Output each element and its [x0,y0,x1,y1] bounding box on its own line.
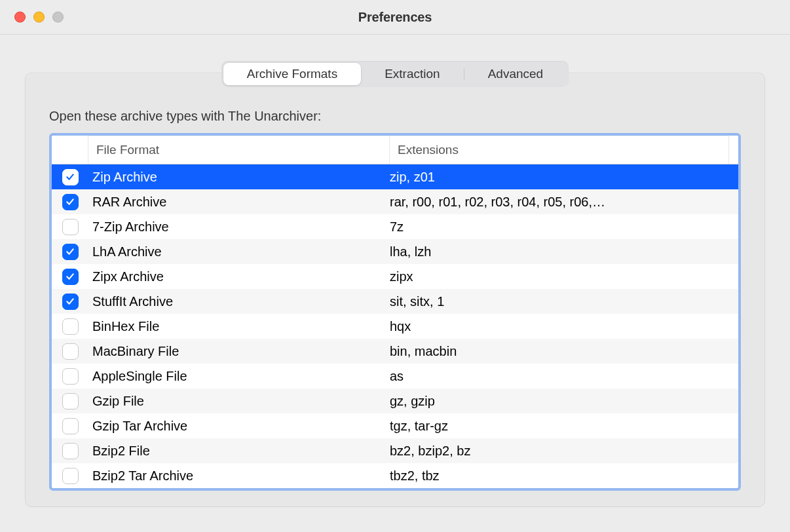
format-cell: Bzip2 File [88,444,390,459]
extensions-cell: zipx [390,269,729,284]
checkbox[interactable] [62,169,79,185]
preferences-window: Preferences Archive Formats Extraction A… [0,0,790,532]
table-header: File Format Extensions [52,136,738,164]
checkbox[interactable] [62,194,79,210]
table-row[interactable]: Gzip Tar Archivetgz, tar-gz [52,413,738,438]
table-row[interactable]: BinHex Filehqx [52,314,738,339]
extensions-cell: tbz2, tbz [390,468,729,484]
format-cell: 7-Zip Archive [88,219,390,235]
checkbox-cell [52,219,88,235]
file-format-table: File Format Extensions Zip Archivezip, z… [49,133,741,491]
minimize-window-button[interactable] [33,12,45,23]
format-cell: Gzip File [88,394,390,409]
extensions-cell: bz2, bzip2, bz [390,444,729,459]
checkbox[interactable] [62,244,79,260]
extensions-cell: bin, macbin [390,344,729,359]
checkbox-cell [52,294,88,310]
table-row[interactable]: LhA Archivelha, lzh [52,239,738,264]
checkbox-cell [52,393,88,409]
checkbox[interactable] [62,468,79,484]
checkbox-cell [52,343,88,360]
check-icon [65,172,75,182]
checkbox[interactable] [62,343,79,360]
extensions-cell: gz, gzip [390,394,729,409]
panel-archive-formats: Open these archive types with The Unarch… [25,73,765,507]
tab-bar: Archive Formats Extraction Advanced [221,61,569,87]
checkbox-cell [52,368,88,385]
checkbox-cell [52,318,88,335]
checkbox-cell [52,418,88,434]
titlebar: Preferences [0,0,790,35]
check-icon [65,296,75,307]
format-cell: Gzip Tar Archive [88,419,390,434]
format-cell: Bzip2 Tar Archive [88,468,390,484]
extensions-cell: tgz, tar-gz [390,419,729,434]
extensions-cell: as [390,369,729,384]
format-cell: Zipx Archive [88,269,390,284]
table-row[interactable]: Bzip2 Filebz2, bzip2, bz [52,438,738,463]
format-cell: BinHex File [88,319,390,334]
table-row[interactable]: Zip Archivezip, z01 [52,164,738,189]
tab-advanced[interactable]: Advanced [464,63,567,85]
tab-label: Advanced [488,67,544,81]
checkbox-cell [52,194,88,210]
window-controls [14,12,64,23]
format-cell: LhA Archive [88,244,390,259]
checkbox-cell [52,244,88,260]
checkbox[interactable] [62,418,79,434]
checkbox[interactable] [62,318,79,335]
check-icon [65,271,75,282]
format-cell: StuffIt Archive [88,294,390,309]
tabs-wrapper: Archive Formats Extraction Advanced [25,61,765,87]
check-icon [65,197,75,207]
checkbox-cell [52,169,88,185]
checkbox-cell [52,269,88,285]
format-cell: Zip Archive [88,170,390,185]
checkbox[interactable] [62,269,79,285]
tab-extraction[interactable]: Extraction [361,63,463,85]
close-window-button[interactable] [14,12,26,23]
check-icon [65,246,75,257]
column-header-format[interactable]: File Format [88,136,390,164]
extensions-cell: sit, sitx, 1 [390,294,729,309]
table-row[interactable]: StuffIt Archivesit, sitx, 1 [52,289,738,314]
table-row[interactable]: MacBinary Filebin, macbin [52,339,738,364]
extensions-cell: zip, z01 [390,170,729,185]
column-header-checkbox[interactable] [52,136,88,164]
checkbox[interactable] [62,393,79,409]
tab-archive-formats[interactable]: Archive Formats [223,63,361,85]
panel-label: Open these archive types with The Unarch… [49,109,741,124]
table-row[interactable]: Bzip2 Tar Archivetbz2, tbz [52,463,738,488]
table-body[interactable]: Zip Archivezip, z01RAR Archiverar, r00, … [52,164,738,488]
table-row[interactable]: 7-Zip Archive7z [52,214,738,239]
format-cell: AppleSingle File [88,369,390,384]
format-cell: RAR Archive [88,195,390,210]
tab-label: Archive Formats [247,67,337,81]
table-row[interactable]: AppleSingle Fileas [52,364,738,389]
table-row[interactable]: Gzip Filegz, gzip [52,389,738,413]
column-header-extensions[interactable]: Extensions [390,136,729,164]
table-row[interactable]: Zipx Archivezipx [52,264,738,289]
checkbox-cell [52,468,88,484]
extensions-cell: 7z [390,219,729,235]
checkbox[interactable] [62,294,79,310]
tab-label: Extraction [385,67,440,81]
extensions-cell: lha, lzh [390,244,729,259]
window-body: Archive Formats Extraction Advanced Open… [0,35,790,532]
checkbox[interactable] [62,443,79,459]
checkbox[interactable] [62,368,79,385]
checkbox[interactable] [62,219,79,235]
maximize-window-button [52,12,64,23]
checkbox-cell [52,443,88,459]
window-title: Preferences [0,10,790,25]
table-row[interactable]: RAR Archiverar, r00, r01, r02, r03, r04,… [52,189,738,214]
format-cell: MacBinary File [88,344,390,359]
extensions-cell: rar, r00, r01, r02, r03, r04, r05, r06,… [390,195,729,210]
extensions-cell: hqx [390,319,729,334]
